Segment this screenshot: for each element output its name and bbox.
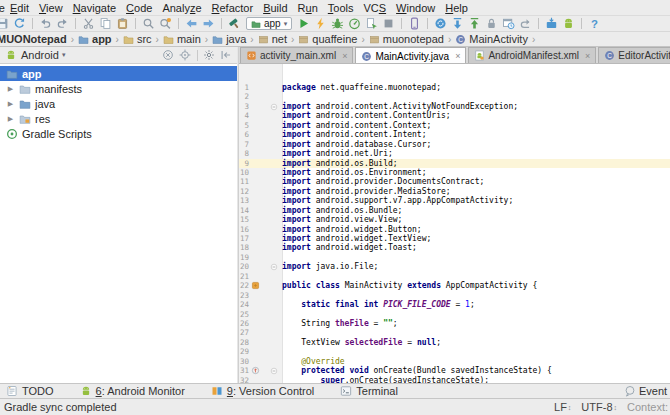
settings-icon[interactable] [203, 49, 215, 61]
tree-item-app[interactable]: app [0, 66, 237, 81]
tab-editoractivity.java[interactable]: CEditorActivity.java× [598, 47, 670, 63]
stop-icon[interactable] [382, 17, 395, 30]
collapse-all-icon[interactable] [162, 49, 174, 61]
breadcrumb-quaffeine[interactable]: quaffeine [298, 33, 357, 45]
breadcrumb-mainactivity[interactable]: CMainActivity [455, 33, 528, 45]
vcs-update-icon[interactable] [451, 17, 464, 30]
breadcrumb-muonotepad[interactable]: MUONotepad [0, 33, 67, 45]
code-editor[interactable]: 1package net.quaffeine.muonotepad;23impo… [239, 64, 670, 383]
replace-icon[interactable] [159, 17, 172, 30]
code-text[interactable]: import android.content.Intent; [282, 130, 670, 139]
menu-code[interactable]: Code [121, 2, 157, 14]
line-ending-indicator[interactable]: LF ↕ [554, 401, 571, 413]
breadcrumb-app[interactable]: app [78, 33, 112, 45]
code-text[interactable]: TextView selectedFile = null; [282, 338, 670, 347]
code-text[interactable] [282, 272, 670, 281]
forward-icon[interactable] [202, 17, 215, 30]
menu-view[interactable]: View [34, 2, 68, 14]
code-text[interactable]: import android.os.Environment; [282, 168, 670, 177]
breadcrumb-main[interactable]: main [163, 33, 201, 45]
synchronize-icon[interactable] [13, 17, 26, 30]
menu-window[interactable]: Window [391, 2, 440, 14]
code-text[interactable]: package net.quaffeine.muonotepad; [282, 83, 670, 92]
tree-item-gradle-scripts[interactable]: Gradle Scripts [0, 126, 237, 141]
code-text[interactable] [282, 291, 670, 300]
cut-icon[interactable] [82, 17, 95, 30]
code-text[interactable]: import android.database.Cursor; [282, 140, 670, 149]
tree-item-java[interactable]: ▶java [0, 96, 237, 111]
code-text[interactable]: public class MainActivity extends AppCom… [282, 281, 670, 290]
toolwindow-6-android-monitor[interactable]: 6: Android Monitor [80, 385, 185, 397]
code-text[interactable] [282, 347, 670, 356]
breadcrumb-net[interactable]: net [258, 33, 287, 45]
run-icon[interactable] [297, 17, 310, 30]
code-text[interactable]: import android.content.Context; [282, 121, 670, 130]
context-indicator[interactable]: Context: [627, 401, 668, 413]
breadcrumb-java[interactable]: java [212, 33, 246, 45]
code-text[interactable]: super.onCreate(savedInstanceState); [282, 376, 670, 383]
project-view-selector[interactable]: Android [21, 49, 59, 61]
code-text[interactable]: static final int PICK_FILE_CODE = 1; [282, 300, 670, 309]
menu-run[interactable]: Run [293, 2, 323, 14]
tree-item-res[interactable]: ▶res [0, 111, 237, 126]
code-text[interactable] [282, 253, 670, 262]
lock-icon[interactable] [485, 17, 498, 30]
help-icon[interactable]: ? [588, 17, 601, 30]
avd-manager-icon[interactable] [408, 17, 421, 30]
paste-icon[interactable] [116, 17, 129, 30]
hide-panel-icon[interactable] [220, 49, 232, 61]
profile-icon[interactable] [348, 17, 361, 30]
menu-edit[interactable]: Edit [5, 2, 34, 14]
run-configuration-select[interactable]: app▾ [246, 17, 292, 30]
event-log-button[interactable]: Event Log [624, 384, 670, 398]
code-text[interactable]: import android.os.Build; [282, 159, 670, 168]
menu-tools[interactable]: Tools [323, 2, 359, 14]
save-all-icon[interactable] [0, 17, 9, 30]
menu-build[interactable]: Build [258, 2, 292, 14]
toolwindow-todo[interactable]: TODO [6, 385, 54, 397]
expander-icon[interactable]: ▶ [6, 115, 15, 123]
menu-help[interactable]: Help [440, 2, 473, 14]
redo-icon[interactable] [56, 17, 69, 30]
menu-refactor[interactable]: Refactor [207, 2, 259, 14]
toolwindow-terminal[interactable]: Terminal [340, 385, 398, 397]
expander-icon[interactable]: ▶ [6, 100, 15, 108]
code-text[interactable]: import android.provider.MediaStore; [282, 187, 670, 196]
close-tab-icon[interactable]: × [585, 51, 590, 61]
code-text[interactable]: import android.widget.Toast; [282, 243, 670, 252]
code-text[interactable]: protected void onCreate(Bundle savedInst… [282, 366, 670, 375]
close-tab-icon[interactable]: × [342, 51, 347, 61]
attach-debugger-icon[interactable] [365, 17, 378, 30]
code-text[interactable]: import android.content.ActivityNotFoundE… [282, 102, 670, 111]
recent-changes-icon[interactable] [502, 17, 515, 30]
fold-marker-icon[interactable] [261, 262, 282, 271]
code-text[interactable]: import android.content.ContentUris; [282, 111, 670, 120]
tab-mainactivity.java[interactable]: CMainActivity.java× [355, 47, 466, 64]
encoding-indicator[interactable]: UTF-8 ↕ [581, 401, 617, 413]
code-text[interactable]: String theFile = ""; [282, 319, 670, 328]
menu-analyze[interactable]: Analyze [157, 2, 206, 14]
code-text[interactable]: import android.os.Bundle; [282, 206, 670, 215]
override-icon[interactable] [249, 366, 261, 375]
menu-vcs[interactable]: VCS [358, 2, 391, 14]
fold-marker-icon[interactable] [261, 102, 282, 111]
class-gutter-icon[interactable] [249, 281, 261, 290]
instant-run-icon[interactable] [314, 17, 327, 30]
copy-icon[interactable] [99, 17, 112, 30]
revert-icon[interactable] [519, 17, 532, 30]
expander-icon[interactable]: ▶ [6, 85, 15, 93]
back-icon[interactable] [185, 17, 198, 30]
tree-item-manifests[interactable]: ▶manifests [0, 81, 237, 96]
code-text[interactable] [282, 328, 670, 337]
code-text[interactable] [282, 310, 670, 319]
tab-androidmanifest.xml[interactable]: AndroidManifest.xml× [468, 47, 596, 63]
menu-navigate[interactable]: Navigate [68, 2, 121, 14]
tab-activity_main.xml[interactable]: activity_main.xml× [240, 47, 353, 63]
code-text[interactable]: import android.widget.Button; [282, 225, 670, 234]
find-icon[interactable] [142, 17, 155, 30]
breadcrumb-muonotepad[interactable]: muonotepad [369, 33, 444, 45]
locate-icon[interactable] [179, 49, 191, 61]
code-text[interactable] [282, 92, 670, 101]
debug-icon[interactable] [331, 17, 344, 30]
code-text[interactable]: import java.io.File; [282, 262, 670, 271]
